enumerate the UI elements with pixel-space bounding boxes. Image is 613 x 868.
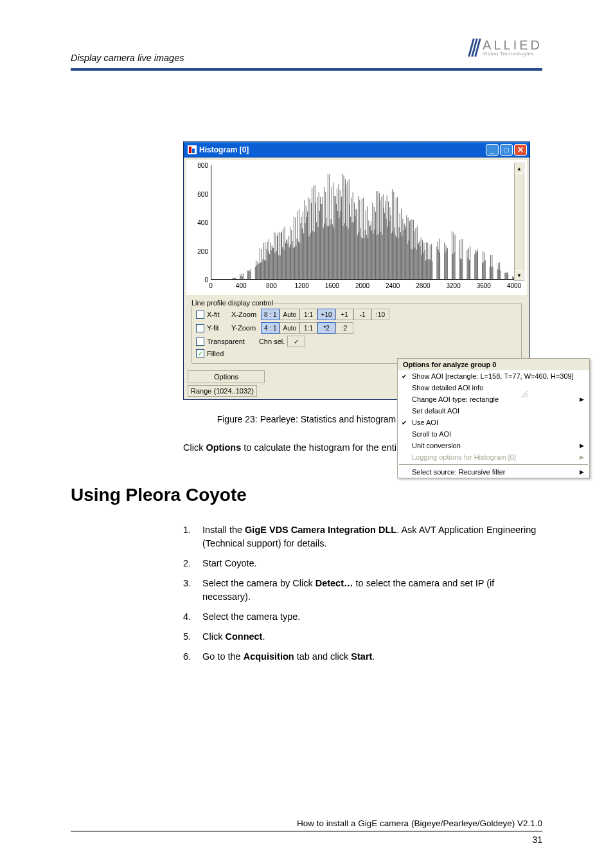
zoom-button[interactable]: Auto [280, 322, 299, 334]
xfit-label: X-fit [207, 311, 229, 318]
range-label: Range (1024..1032) [188, 385, 257, 397]
controls-legend: Line profile display control [191, 299, 273, 307]
menu-title: Options for analyze group 0 [398, 359, 589, 370]
chn-sel-value[interactable]: ✓ [287, 336, 305, 347]
filled-label: Filled [207, 350, 224, 357]
menu-item[interactable]: Show detailed AOI info [398, 382, 589, 393]
menu-item-label: Logging options for Histogram [0] [412, 453, 516, 461]
minimize-button[interactable]: _ [486, 144, 499, 156]
menu-item-label: Scroll to AOI [412, 430, 451, 438]
histogram-app-icon [188, 145, 197, 154]
menu-item-label: Use AOI [412, 419, 438, 426]
submenu-arrow-icon: ▶ [580, 469, 584, 475]
step-text: Select the camera type. [202, 610, 542, 624]
step-number: 1. [183, 523, 202, 550]
step-text: Go to the Acquisition tab and click Star… [202, 650, 542, 664]
menu-item-label: Change AOI type: rectangle [412, 395, 499, 403]
zoom-button[interactable]: 8 : 1 [261, 309, 280, 320]
menu-item[interactable]: Use AOI [398, 417, 589, 428]
xzoom-label: X-Zoom [231, 311, 258, 318]
x-tick-label: 2800 [416, 282, 430, 289]
x-tick-label: 1200 [294, 282, 308, 289]
step-text: Start Coyote. [202, 557, 542, 570]
y-axis-labels: 0200400600800 [190, 164, 209, 280]
x-tick-label: 3200 [446, 282, 460, 289]
zoom-button[interactable]: 4 : 1 [261, 322, 280, 334]
maximize-button[interactable]: □ [500, 144, 513, 156]
x-axis-labels: 040080012001600200024002800320036004000 [211, 282, 514, 291]
xfit-checkbox[interactable] [196, 311, 204, 319]
scroll-down-icon[interactable]: ▼ [515, 270, 524, 280]
zoom-button[interactable]: *2 [317, 322, 335, 334]
histogram-chart: 0200400600800 04008001200160020002400280… [186, 160, 527, 295]
header-title: Display camera live images [71, 53, 184, 63]
step-text: Click Connect. [202, 630, 542, 644]
zoom-button[interactable]: -1 [353, 309, 371, 320]
zoom-button[interactable]: :10 [371, 309, 389, 320]
svg-line-2 [526, 396, 528, 397]
menu-item[interactable]: Unit conversion▶ [398, 440, 589, 451]
zoom-button[interactable]: Auto [280, 309, 299, 320]
x-tick-label: 2000 [355, 282, 369, 289]
y-tick-label: 400 [197, 219, 208, 226]
menu-item-label: Set default AOI [412, 407, 459, 415]
chn-sel-label: Chn sel. [259, 338, 285, 345]
menu-item[interactable]: Set default AOI [398, 405, 589, 417]
zoom-button[interactable]: 1:1 [299, 309, 317, 320]
zoom-button[interactable]: 1:1 [299, 322, 317, 334]
options-context-menu: Options for analyze group 0 Show AOI [re… [397, 358, 590, 478]
y-tick-label: 600 [197, 190, 208, 197]
vertical-scrollbar[interactable]: ▲ ▼ [514, 163, 524, 281]
plot-area [211, 165, 514, 280]
header-rule [71, 68, 542, 71]
x-tick-label: 800 [266, 282, 277, 289]
submenu-arrow-icon: ▶ [580, 396, 584, 402]
x-tick-label: 4000 [507, 282, 521, 289]
step-number: 4. [183, 610, 202, 624]
step-text: Select the camera by Click Detect… to se… [202, 577, 542, 604]
step-number: 3. [183, 577, 202, 604]
zoom-button[interactable]: :2 [335, 322, 353, 334]
brand-logo: ALLIED Vision Technologies [470, 39, 542, 57]
menu-item[interactable]: Show AOI [rectangle: L=158, T=77, W=460,… [398, 370, 589, 382]
menu-item: Logging options for Histogram [0]▶ [398, 451, 589, 463]
page-number: 31 [71, 835, 542, 845]
menu-item-label: Unit conversion [412, 442, 461, 449]
resize-grip-icon[interactable] [519, 389, 528, 398]
yfit-checkbox[interactable] [196, 324, 204, 332]
yfit-label: Y-fit [207, 324, 229, 332]
logo-sub: Vision Technologies [483, 51, 542, 57]
window-title: Histogram [0] [199, 145, 486, 154]
x-tick-label: 3600 [477, 282, 491, 289]
logo-main: ALLIED [483, 39, 542, 51]
x-tick-label: 0 [209, 282, 213, 289]
histogram-svg [211, 165, 514, 279]
menu-item[interactable]: Scroll to AOI [398, 428, 589, 440]
scroll-up-icon[interactable]: ▲ [515, 163, 524, 174]
submenu-arrow-icon: ▶ [580, 442, 584, 449]
zoom-button[interactable]: +1 [335, 309, 353, 320]
zoom-button[interactable]: +10 [317, 309, 335, 320]
menu-item[interactable]: Change AOI type: rectangle▶ [398, 393, 589, 405]
filled-checkbox[interactable]: ✓ [196, 349, 204, 357]
y-tick-label: 0 [204, 276, 208, 284]
close-window-button[interactable]: ✕ [514, 144, 527, 156]
steps-list: 1.Install the GigE VDS Camera Integratio… [183, 523, 542, 664]
step-item: 5.Click Connect. [183, 630, 542, 644]
options-button[interactable]: Options [188, 370, 265, 383]
page-header: Display camera live images ALLIED Vision… [71, 39, 542, 64]
y-tick-label: 800 [197, 162, 208, 169]
window-titlebar[interactable]: Histogram [0] _ □ ✕ [184, 142, 529, 158]
x-tick-label: 2400 [386, 282, 400, 289]
step-number: 6. [183, 650, 202, 664]
step-item: 4.Select the camera type. [183, 610, 542, 624]
step-item: 2.Start Coyote. [183, 557, 542, 570]
transparent-label: Transparent [207, 338, 245, 345]
x-tick-label: 1600 [325, 282, 339, 289]
menu-item[interactable]: Select source: Recursive filter▶ [398, 466, 589, 478]
step-number: 2. [183, 557, 202, 570]
menu-item-label: Show AOI [rectangle: L=158, T=77, W=460,… [412, 372, 574, 380]
step-number: 5. [183, 630, 202, 644]
transparent-checkbox[interactable] [196, 338, 204, 346]
step-item: 6.Go to the Acquisition tab and click St… [183, 650, 542, 664]
